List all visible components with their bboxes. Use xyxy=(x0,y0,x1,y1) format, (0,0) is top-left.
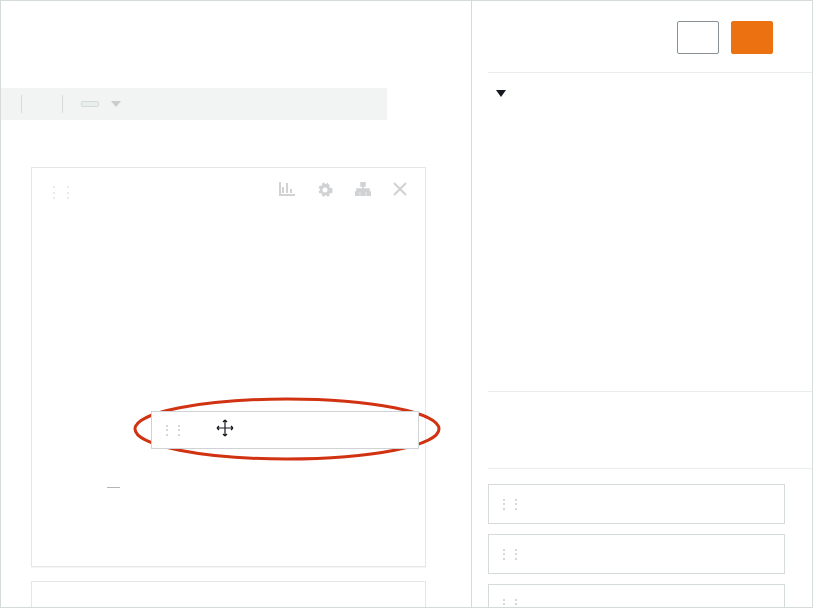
property-row[interactable]: ⋮⋮ xyxy=(488,534,785,574)
drag-handle-icon: ⋮⋮ xyxy=(160,422,184,438)
drag-handle-icon[interactable]: ⋮⋮ xyxy=(46,183,74,202)
asset-tree-root[interactable] xyxy=(488,74,813,112)
drag-handle-icon: ⋮⋮ xyxy=(497,496,521,512)
line-chart xyxy=(46,218,411,434)
time-end xyxy=(22,95,63,113)
drag-handle-icon: ⋮⋮ xyxy=(497,596,521,608)
dragged-property-chip[interactable]: ⋮⋮ xyxy=(151,411,419,449)
svg-rect-0 xyxy=(361,182,365,186)
property-row[interactable]: ⋮⋮ xyxy=(488,584,785,608)
line-series xyxy=(82,218,402,428)
time-start xyxy=(1,95,22,113)
chart-legend: — xyxy=(107,479,123,498)
time-range-bar[interactable] xyxy=(1,88,387,120)
widget-header: ⋮⋮ xyxy=(32,168,425,212)
chevron-down-icon[interactable] xyxy=(111,101,121,107)
move-cursor-icon xyxy=(216,419,234,441)
cancel-button[interactable] xyxy=(677,21,719,54)
hierarchy-icon[interactable] xyxy=(355,182,371,202)
chart-type-icon[interactable] xyxy=(279,182,295,202)
close-icon[interactable] xyxy=(393,182,407,202)
asset-tree xyxy=(488,74,813,112)
svg-rect-3 xyxy=(367,192,371,196)
wind-speed-widget[interactable]: ⋮⋮ xyxy=(31,167,426,567)
save-dashboard-button[interactable] xyxy=(731,21,773,54)
svg-rect-1 xyxy=(355,192,359,196)
side-panel: ⋮⋮ ⋮⋮ ⋮⋮ xyxy=(472,1,813,608)
dashboard-canvas: ⋮⋮ xyxy=(1,1,472,608)
property-row[interactable]: ⋮⋮ xyxy=(488,484,785,524)
svg-rect-2 xyxy=(361,192,365,196)
triangle-down-icon xyxy=(496,90,506,97)
drag-handle-icon: ⋮⋮ xyxy=(497,546,521,562)
next-widget-peek[interactable] xyxy=(31,581,426,608)
timezone-badge xyxy=(81,101,99,107)
gear-icon[interactable] xyxy=(317,182,333,202)
